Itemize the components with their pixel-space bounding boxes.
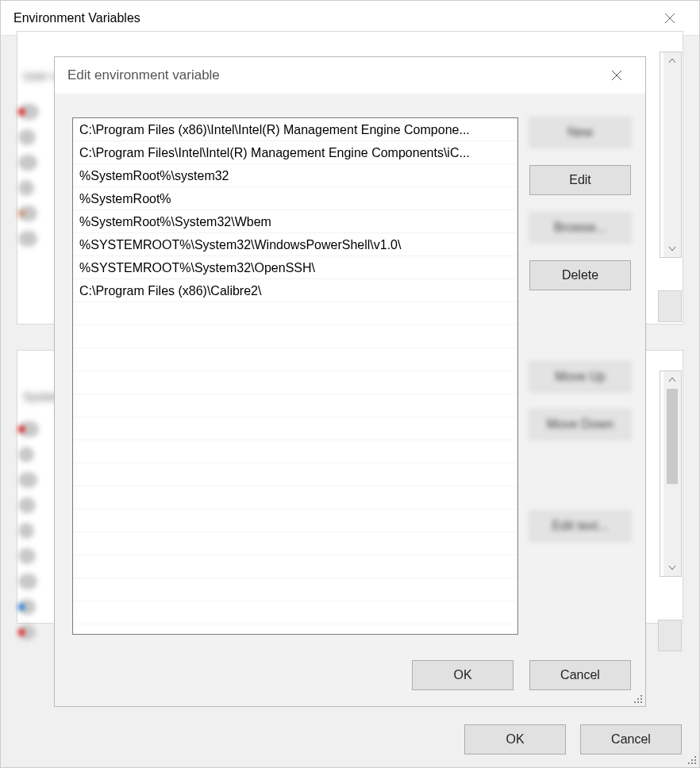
- side-button-column: New Edit Browse... Delete Move Up Move D…: [529, 117, 631, 541]
- user-list-smudge: [18, 104, 39, 247]
- empty-row: [73, 302, 517, 325]
- user-listbox-edge: [660, 52, 682, 258]
- empty-row: [73, 348, 517, 371]
- empty-row: [73, 486, 517, 509]
- svg-rect-11: [637, 698, 639, 700]
- path-list[interactable]: C:\Program Files (x86)\Intel\Intel(R) Ma…: [72, 117, 518, 635]
- system-buttons-peek: [658, 620, 682, 651]
- path-entry[interactable]: %SystemRoot%\system32: [73, 164, 517, 187]
- empty-row: [73, 463, 517, 486]
- user-buttons-peek: [658, 290, 682, 322]
- empty-row: [73, 325, 517, 348]
- empty-row: [73, 394, 517, 417]
- svg-rect-4: [694, 759, 696, 761]
- empty-row: [73, 440, 517, 463]
- resize-grip-icon[interactable]: [631, 692, 644, 705]
- svg-rect-3: [691, 759, 693, 761]
- parent-actions: OK Cancel: [464, 724, 682, 755]
- svg-rect-6: [691, 762, 693, 764]
- svg-rect-5: [688, 762, 690, 764]
- empty-row: [73, 417, 517, 440]
- scrollbar-thumb[interactable]: [667, 389, 678, 484]
- scroll-down-icon[interactable]: [663, 240, 681, 257]
- path-entry[interactable]: %SYSTEMROOT%\System32\WindowsPowerShell\…: [73, 233, 517, 256]
- path-entry[interactable]: C:\Program Files\Intel\Intel(R) Manageme…: [73, 141, 517, 164]
- close-icon[interactable]: [598, 64, 636, 86]
- system-listbox-edge: [660, 371, 682, 577]
- path-entry[interactable]: %SYSTEMROOT%\System32\OpenSSH\: [73, 256, 517, 279]
- empty-row: [73, 555, 517, 578]
- modal-body: C:\Program Files (x86)\Intel\Intel(R) Ma…: [55, 94, 645, 706]
- parent-title: Environment Variables: [13, 11, 140, 25]
- path-entry[interactable]: %SystemRoot%: [73, 187, 517, 210]
- parent-ok-button[interactable]: OK: [464, 724, 566, 755]
- scroll-down-icon[interactable]: [663, 559, 681, 576]
- path-entry[interactable]: %SystemRoot%\System32\Wbem: [73, 210, 517, 233]
- delete-button[interactable]: Delete: [529, 260, 631, 290]
- browse-button[interactable]: Browse...: [529, 213, 631, 243]
- empty-row: [73, 601, 517, 624]
- resize-grip-icon[interactable]: [685, 753, 698, 766]
- svg-rect-10: [640, 695, 642, 697]
- edit-env-var-dialog: Edit environment variable C:\Program Fil…: [54, 56, 646, 707]
- svg-rect-7: [694, 762, 696, 764]
- move-up-button[interactable]: Move Up: [529, 362, 631, 392]
- parent-cancel-button[interactable]: Cancel: [580, 724, 682, 755]
- empty-row: [73, 532, 517, 555]
- path-entry[interactable]: C:\Program Files (x86)\Intel\Intel(R) Ma…: [73, 118, 517, 141]
- edit-text-button[interactable]: Edit text...: [529, 511, 631, 541]
- new-button[interactable]: New: [529, 117, 631, 148]
- svg-rect-13: [634, 701, 636, 703]
- empty-row: [73, 509, 517, 532]
- svg-rect-15: [640, 701, 642, 703]
- system-list-smudge: [18, 421, 39, 640]
- modal-ok-button[interactable]: OK: [412, 660, 513, 690]
- path-entry[interactable]: C:\Program Files (x86)\Calibre2\: [73, 279, 517, 302]
- move-down-button[interactable]: Move Down: [529, 409, 631, 440]
- svg-rect-12: [640, 698, 642, 700]
- modal-actions: OK Cancel: [412, 660, 631, 690]
- modal-title: Edit environment variable: [67, 67, 220, 83]
- svg-rect-14: [637, 701, 639, 703]
- scroll-up-icon[interactable]: [663, 52, 681, 70]
- edit-button[interactable]: Edit: [529, 165, 631, 195]
- svg-rect-2: [694, 756, 696, 758]
- modal-cancel-button[interactable]: Cancel: [529, 660, 631, 690]
- scroll-up-icon[interactable]: [663, 371, 681, 389]
- close-icon[interactable]: [650, 7, 690, 29]
- empty-row: [73, 578, 517, 601]
- modal-titlebar: Edit environment variable: [55, 57, 645, 94]
- empty-row: [73, 371, 517, 394]
